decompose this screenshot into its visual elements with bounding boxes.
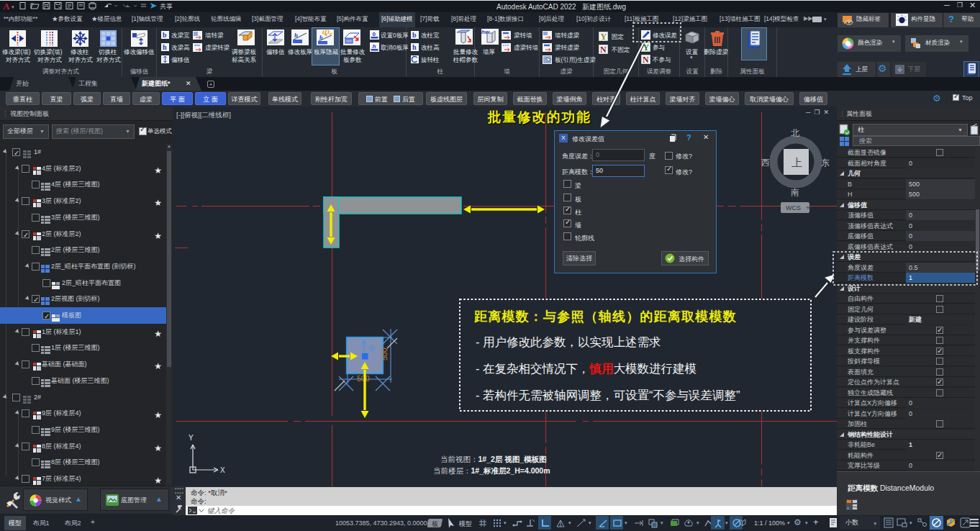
svg-text:h: h bbox=[373, 43, 376, 50]
svg-text:500: 500 bbox=[380, 348, 389, 360]
svg-text:Y: Y bbox=[601, 32, 607, 41]
svg-text:WCS: WCS bbox=[786, 204, 801, 212]
svg-text:南: 南 bbox=[791, 187, 799, 197]
svg-text:500: 500 bbox=[357, 374, 370, 383]
svg-text:Y: Y bbox=[643, 42, 650, 52]
svg-text:0: 0 bbox=[373, 31, 376, 37]
svg-text:西: 西 bbox=[761, 158, 770, 168]
svg-text:Y: Y bbox=[189, 434, 194, 442]
svg-text:X: X bbox=[220, 466, 225, 474]
svg-text:上: 上 bbox=[791, 156, 802, 168]
svg-text:h: h bbox=[294, 32, 298, 39]
svg-text:东: 东 bbox=[821, 158, 830, 168]
svg-text:h: h bbox=[412, 43, 417, 51]
svg-text:板: 板 bbox=[432, 520, 438, 527]
svg-text:b: b bbox=[412, 31, 417, 39]
svg-text:北: 北 bbox=[791, 128, 799, 138]
svg-text:N: N bbox=[643, 55, 649, 64]
svg-text:N: N bbox=[600, 45, 607, 54]
svg-text:h: h bbox=[163, 43, 167, 51]
svg-text:h: h bbox=[319, 35, 323, 41]
svg-text:b: b bbox=[163, 31, 167, 39]
